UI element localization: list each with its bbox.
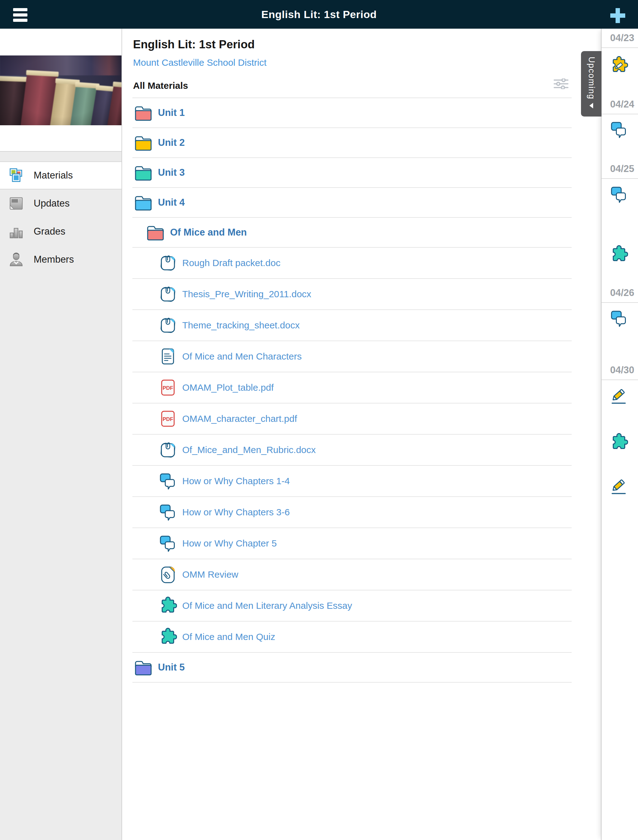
folder-icon bbox=[134, 659, 153, 676]
material-item-row[interactable]: How or Why Chapters 3-6 bbox=[133, 497, 572, 528]
materials-icon bbox=[8, 167, 24, 183]
doc-clip-icon bbox=[159, 254, 177, 272]
folder-label: Unit 3 bbox=[158, 167, 185, 178]
folder-row[interactable]: Of Mice and Men bbox=[133, 218, 572, 248]
material-item-label: How or Why Chapters 1-4 bbox=[182, 476, 290, 486]
folder-icon bbox=[134, 104, 153, 121]
materials-list: Unit 1 Unit 2 Unit 3 Unit 4 Of Mice and … bbox=[133, 98, 572, 683]
upcoming-date-label: 04/26 bbox=[602, 287, 634, 298]
sidebar-item-label: Members bbox=[34, 254, 74, 265]
material-item-label: Of Mice and Men Literary Analysis Essay bbox=[182, 600, 352, 611]
folder-icon bbox=[134, 164, 153, 181]
material-item-row[interactable]: PDFOMAM_Plot_table.pdf bbox=[133, 372, 572, 404]
sidebar-item-materials[interactable]: Materials bbox=[0, 161, 122, 189]
material-item-row[interactable]: Of Mice and Men Quiz bbox=[133, 622, 572, 653]
folder-label: Unit 1 bbox=[158, 107, 185, 118]
material-item-label: How or Why Chapter 5 bbox=[182, 538, 276, 549]
upcoming-item-discussion-icon[interactable] bbox=[610, 121, 628, 139]
sidebar-menu: Materials Updates Grades Members bbox=[0, 151, 122, 840]
upcoming-date-label: 04/30 bbox=[602, 365, 634, 376]
material-item-label: OMM Review bbox=[182, 569, 238, 580]
date-divider bbox=[602, 178, 638, 179]
sidebar-item-label: Materials bbox=[34, 170, 73, 181]
doc-text-icon bbox=[159, 347, 177, 365]
members-icon bbox=[8, 251, 24, 268]
upcoming-rail: 04/23 04/24 04/25 04/26 04/30 bbox=[601, 28, 638, 840]
material-item-label: Theme_tracking_sheet.docx bbox=[182, 320, 300, 331]
collapse-arrow-icon bbox=[589, 103, 593, 109]
date-divider bbox=[602, 114, 638, 114]
material-item-row[interactable]: Of Mice and Men Characters bbox=[133, 341, 572, 372]
folder-label: Of Mice and Men bbox=[170, 227, 247, 238]
folder-label: Unit 2 bbox=[158, 137, 185, 148]
page-title: English Lit: 1st Period bbox=[133, 38, 255, 51]
material-item-label: Of Mice and Men Characters bbox=[182, 351, 302, 362]
pdf-icon: PDF bbox=[159, 379, 177, 396]
material-item-label: OMAM_Plot_table.pdf bbox=[182, 382, 273, 393]
material-item-label: Thesis_Pre_Writing_2011.docx bbox=[182, 289, 311, 299]
puzzle-icon bbox=[159, 628, 177, 646]
upcoming-item-pencil-icon[interactable] bbox=[610, 387, 628, 405]
folder-icon bbox=[134, 134, 153, 151]
pdf-icon: PDF bbox=[159, 410, 177, 428]
sidebar-item-label: Updates bbox=[34, 198, 69, 209]
doc-clip-icon bbox=[159, 316, 177, 334]
upcoming-tab-label: Upcoming bbox=[587, 57, 596, 100]
menu-spacer bbox=[0, 152, 122, 161]
upcoming-date-label: 04/25 bbox=[602, 163, 634, 174]
material-item-row[interactable]: How or Why Chapters 1-4 bbox=[133, 466, 572, 497]
doc-clip-icon bbox=[159, 285, 177, 303]
material-item-row[interactable]: How or Why Chapter 5 bbox=[133, 528, 572, 559]
sidebar-item-grades[interactable]: Grades bbox=[0, 218, 122, 246]
updates-icon bbox=[8, 195, 24, 212]
material-item-label: Of Mice and Men Quiz bbox=[182, 632, 275, 642]
material-item-row[interactable]: PDFOMAM_character_chart.pdf bbox=[133, 404, 572, 435]
discussion-icon bbox=[159, 534, 177, 553]
folder-row[interactable]: Unit 1 bbox=[133, 98, 572, 128]
filter-sliders-icon[interactable] bbox=[554, 79, 569, 89]
doc-corner-icon bbox=[159, 565, 177, 584]
discussion-icon bbox=[159, 472, 177, 490]
material-item-label: OMAM_character_chart.pdf bbox=[182, 414, 297, 424]
upcoming-item-puzzle-pencil-icon[interactable] bbox=[610, 56, 628, 74]
date-divider bbox=[602, 47, 638, 48]
upcoming-item-discussion-icon[interactable] bbox=[610, 185, 628, 204]
material-item-row[interactable]: Of_Mice_and_Men_Rubric.docx bbox=[133, 435, 572, 466]
material-item-row[interactable]: OMM Review bbox=[133, 559, 572, 591]
upcoming-item-puzzle-icon[interactable] bbox=[610, 245, 628, 263]
grades-icon bbox=[8, 223, 24, 240]
material-item-row[interactable]: Thesis_Pre_Writing_2011.docx bbox=[133, 279, 572, 310]
svg-text:PDF: PDF bbox=[163, 416, 173, 422]
svg-text:PDF: PDF bbox=[163, 385, 173, 391]
folder-row[interactable]: Unit 4 bbox=[133, 188, 572, 218]
upcoming-item-pencil-icon[interactable] bbox=[610, 477, 628, 496]
main-content: English Lit: 1st Period Mount Castlevill… bbox=[122, 28, 601, 840]
folder-icon bbox=[134, 194, 153, 211]
date-divider bbox=[602, 302, 638, 303]
upcoming-item-puzzle-icon[interactable] bbox=[610, 433, 628, 451]
folder-row[interactable]: Unit 3 bbox=[133, 158, 572, 188]
course-cover-image bbox=[0, 55, 122, 125]
top-navbar: English Lit: 1st Period bbox=[0, 0, 638, 28]
material-item-label: Rough Draft packet.doc bbox=[182, 258, 280, 268]
puzzle-icon bbox=[159, 597, 177, 615]
upcoming-date-label: 04/24 bbox=[602, 99, 634, 110]
folder-label: Unit 5 bbox=[158, 662, 185, 673]
discussion-icon bbox=[159, 503, 177, 521]
material-item-label: Of_Mice_and_Men_Rubric.docx bbox=[182, 445, 316, 455]
material-item-row[interactable]: Theme_tracking_sheet.docx bbox=[133, 310, 572, 341]
folder-row[interactable]: Unit 5 bbox=[133, 653, 572, 683]
navbar-title: English Lit: 1st Period bbox=[0, 0, 638, 28]
material-item-row[interactable]: Of Mice and Men Literary Analysis Essay bbox=[133, 591, 572, 622]
sidebar-item-updates[interactable]: Updates bbox=[0, 189, 122, 218]
folder-label: Unit 4 bbox=[158, 197, 185, 208]
folder-row[interactable]: Unit 2 bbox=[133, 128, 572, 158]
doc-clip-icon bbox=[159, 441, 177, 459]
material-item-row[interactable]: Rough Draft packet.doc bbox=[133, 248, 572, 279]
add-plus-icon[interactable] bbox=[610, 8, 625, 23]
upcoming-tab[interactable]: Upcoming bbox=[581, 51, 602, 117]
upcoming-item-discussion-icon[interactable] bbox=[610, 309, 628, 327]
sidebar-item-members[interactable]: Members bbox=[0, 246, 122, 273]
district-link[interactable]: Mount Castleville School District bbox=[133, 57, 266, 68]
upcoming-date-label: 04/23 bbox=[602, 32, 634, 44]
